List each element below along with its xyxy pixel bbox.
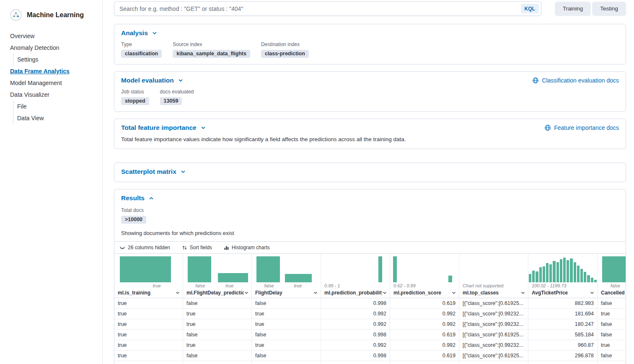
cell-avgticketprice: 180.247: [528, 319, 598, 329]
column-header-flightdelay[interactable]: falsetrueFlightDelay: [252, 254, 321, 298]
column-header-ml-prediction-score[interactable]: 0.62 - 0.99ml.prediction_score: [390, 254, 459, 298]
sidebar-nav: OverviewAnomaly DetectionSettingsData Fr…: [0, 30, 102, 124]
source-index-badge: kibana_sample_data_flights: [173, 50, 250, 58]
table-row[interactable]: truefalsefalse0.9980.619[{"class_score":…: [114, 361, 626, 364]
results-section-toggle[interactable]: Results: [121, 194, 154, 202]
column-header-cancelled[interactable]: falseCancelled: [598, 254, 626, 298]
column-header-ml-prediction-probability[interactable]: 0.99 - 1ml.prediction_probability: [321, 254, 390, 298]
column-chart-label: 100.02 - 1199.73: [528, 282, 597, 289]
chevron-down-icon: [180, 169, 186, 175]
table-row[interactable]: truetruetrue0.9920.992[{"class_score":[0…: [114, 319, 626, 330]
table-row[interactable]: truefalsefalse0.9980.619[{"class_score":…: [114, 351, 626, 361]
sort-fields-button[interactable]: Sort fields: [182, 245, 212, 250]
chevron-down-icon: [520, 290, 525, 295]
feature-importance-docs-link[interactable]: Feature importance docs: [544, 124, 619, 131]
model-evaluation-title: Model evaluation: [121, 77, 174, 84]
analysis-field-destination-index: Destination index class-prediction: [261, 41, 309, 58]
search-input[interactable]: [114, 1, 541, 16]
column-histogram: [459, 256, 528, 282]
sort-icon: [182, 245, 187, 250]
analysis-field-source-index: Source index kibana_sample_data_flights: [173, 41, 250, 58]
table-row[interactable]: truetruetrue0.9920.992[{"class_score":[0…: [114, 309, 626, 319]
feature-importance-title: Total feature importance: [121, 124, 197, 132]
cell-ml-flightdelay-prediction: false: [183, 298, 252, 308]
column-chart-label: falsetrue: [252, 282, 321, 289]
feature-importance-section-toggle[interactable]: Total feature importance: [121, 124, 206, 132]
cell-cancelled: false: [598, 319, 626, 329]
search-bar: KQL: [114, 1, 541, 16]
cell-cancelled: false: [598, 351, 626, 361]
docs-icon: [532, 77, 539, 84]
cell-cancelled: true: [598, 340, 626, 350]
column-name: ml.prediction_probability: [324, 290, 382, 296]
column-chart-label: falsetrue: [183, 282, 251, 289]
cell-avgticketprice: 296.878: [528, 351, 598, 361]
training-button[interactable]: Training: [555, 2, 591, 16]
sidebar-item-data-visualizer[interactable]: Data Visualizer: [0, 89, 102, 101]
cell-ml-top-classes: [{"class_score":[0.99232...: [459, 340, 528, 350]
column-histogram: [252, 256, 321, 282]
field-label: Job status: [121, 89, 149, 95]
cell-ml-flightdelay-prediction: false: [183, 351, 252, 361]
cell-ml-is-training: true: [114, 340, 183, 350]
column-name: Cancelled: [601, 290, 626, 296]
eye-closed-icon: [119, 245, 125, 250]
analysis-fields: Type classification Source index kibana_…: [121, 41, 619, 58]
table-row[interactable]: truefalsefalse0.9980.619[{"class_score":…: [114, 298, 626, 309]
columns-hidden-button[interactable]: 26 columns hidden: [119, 245, 170, 250]
sidebar-item-data-frame-analytics[interactable]: Data Frame Analytics: [0, 65, 102, 77]
feature-importance-description: Total feature importance values indicate…: [121, 136, 619, 142]
total-docs-badge: >10000: [121, 216, 146, 224]
model-evaluation-section-toggle[interactable]: Model evaluation: [121, 77, 184, 84]
sidebar-item-data-view[interactable]: Data View: [13, 112, 102, 124]
kql-button[interactable]: KQL: [521, 4, 539, 13]
sidebar-item-anomaly-detection[interactable]: Anomaly Detection: [0, 42, 102, 54]
cell-ml-flightdelay-prediction: false: [183, 330, 252, 340]
sidebar-item-model-management[interactable]: Model Management: [0, 77, 102, 89]
main-content: KQL Training Testing Analysis Type class…: [103, 0, 634, 364]
column-name: ml.top_classes: [463, 290, 520, 296]
docs-evaluated-field: docs evaluated 13059: [160, 89, 194, 105]
field-label: Destination index: [261, 41, 309, 47]
column-header-ml-is-training[interactable]: trueml.is_training: [114, 254, 183, 298]
cell-flightdelay: true: [252, 319, 321, 329]
cell-ml-is-training: true: [114, 351, 183, 361]
cell-ml-is-training: true: [114, 361, 183, 364]
classification-evaluation-docs-link[interactable]: Classification evaluation docs: [532, 77, 619, 84]
app-title: Machine Learning: [27, 11, 84, 19]
results-panel: Results Total docs >10000 Showing docume…: [114, 189, 626, 364]
cell-ml-flightdelay-prediction: true: [183, 319, 252, 329]
cell-flightdelay: true: [252, 340, 321, 350]
destination-index-badge: class-prediction: [261, 50, 309, 58]
scatterplot-section-toggle[interactable]: Scatterplot matrix: [121, 168, 186, 176]
cell-avgticketprice: 585.184: [528, 330, 598, 340]
table-row[interactable]: truefalsefalse0.9980.619[{"class_score":…: [114, 330, 626, 340]
cell-ml-top-classes: [{"class_score":[0.61925...: [459, 361, 528, 364]
testing-button[interactable]: Testing: [592, 2, 626, 16]
table-row[interactable]: truetruetrue0.9920.992[{"class_score":[0…: [114, 340, 626, 351]
column-name: ml.is_training: [118, 290, 175, 296]
sidebar-item-overview[interactable]: Overview: [0, 30, 102, 42]
histogram-charts-button[interactable]: Histogram charts: [224, 245, 270, 250]
column-histogram: [528, 256, 597, 282]
cell-cancelled: false: [598, 298, 626, 308]
model-evaluation-fields: Job status stopped docs evaluated 13059: [121, 89, 619, 105]
column-header-ml-top-classes[interactable]: Chart not supported.ml.top_classes: [459, 254, 528, 298]
columns-hidden-label: 26 columns hidden: [128, 245, 170, 250]
cell-ml-prediction-score: 0.619: [390, 361, 459, 364]
sidebar-item-file[interactable]: File: [13, 101, 102, 112]
column-header-avgticketprice[interactable]: 100.02 - 1199.73AvgTicketPrice: [528, 254, 598, 298]
training-testing-toggle: Training Testing: [555, 2, 626, 16]
analysis-section-toggle[interactable]: Analysis: [121, 29, 158, 37]
histogram-charts-label: Histogram charts: [232, 245, 270, 250]
cell-cancelled: true: [598, 309, 626, 319]
column-header-ml-flightdelay-prediction[interactable]: falsetrueml.FlightDelay_prediction: [183, 254, 252, 298]
field-label: Source index: [173, 41, 250, 47]
cell-avgticketprice: 960.87: [528, 340, 598, 350]
analysis-title: Analysis: [121, 29, 148, 37]
chevron-down-icon: [178, 77, 184, 83]
column-chart-label: false: [598, 282, 626, 289]
cell-avgticketprice: 906.438: [528, 361, 598, 364]
sidebar-item-settings[interactable]: Settings: [13, 54, 102, 65]
analysis-field-type: Type classification: [121, 41, 162, 58]
